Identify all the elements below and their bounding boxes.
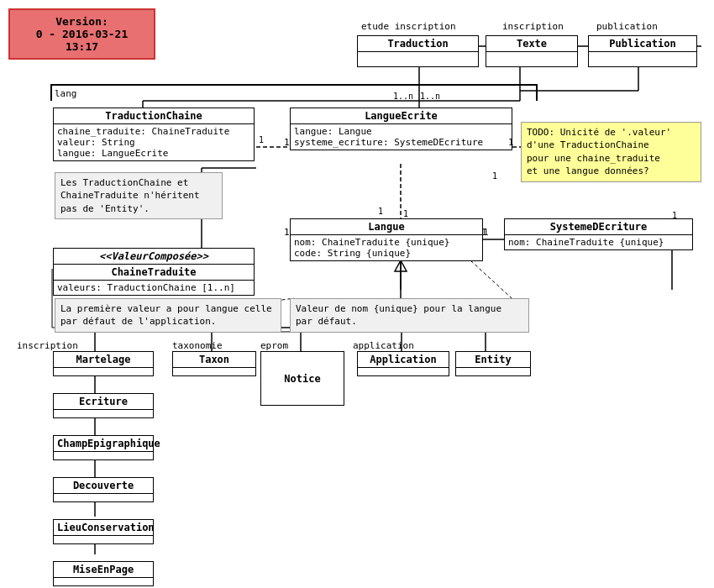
- application-box: Application: [357, 351, 449, 376]
- notice-box: Notice: [260, 351, 344, 406]
- svg-rect-2: [536, 84, 538, 101]
- svg-rect-1: [50, 84, 52, 101]
- comment-3-text: Valeur de nom {unique} pour la langue pa…: [296, 302, 523, 328]
- systeme-ecriture-box: SystemeDEcriture nom: ChaineTraduite {un…: [504, 218, 693, 250]
- tc-field-2: valeur: String: [57, 137, 250, 148]
- langue-box: Langue nom: ChaineTraduite {unique} code…: [290, 218, 483, 261]
- langue-field-1: nom: ChaineTraduite {unique}: [294, 237, 479, 248]
- svg-text:1: 1: [492, 171, 497, 181]
- svg-text:1: 1: [259, 135, 264, 144]
- martelage-box: Martelage: [53, 351, 154, 376]
- decouverte-box: Decouverte: [53, 477, 154, 502]
- lieu-conservation-label: LieuConservation: [54, 520, 153, 536]
- se-body: nom: ChaineTraduite {unique}: [505, 235, 692, 249]
- entity-box: Entity: [455, 351, 531, 376]
- taxon-label: Taxon: [173, 352, 255, 368]
- diagram-container: lang 1..n 1..n 1 1 1 1..n: [0, 0, 714, 588]
- mult-1-se: 1: [483, 227, 489, 238]
- langue-ecrite-header: LangueEcrite: [291, 108, 512, 124]
- chaine-traduite-box: <<ValeurComposée>> ChaineTraduite valeur…: [53, 248, 255, 296]
- ct-header1: <<ValeurComposée>>: [54, 249, 254, 265]
- namespace-eprom: eprom: [260, 340, 288, 351]
- traduction-chaine-header: TraductionChaine: [54, 108, 254, 124]
- traduction-label: Traduction: [358, 36, 478, 52]
- comment-box-3: Valeur de nom {unique} pour la langue pa…: [290, 298, 529, 333]
- traduction-chaine-body: chaine_traduite: ChaineTraduite valeur: …: [54, 124, 254, 160]
- mise-en-page-label: MiseEnPage: [54, 562, 153, 578]
- champ-epi-box: ChampEpigraphique: [53, 435, 154, 460]
- langue-field-2: code: String {unique}: [294, 248, 479, 259]
- publication-label: Publication: [589, 36, 696, 52]
- namespace-publication-label: publication: [596, 21, 658, 32]
- namespace-inscription-left: inscription: [17, 340, 78, 351]
- version-box: Version: 0 - 2016-03-21 13:17: [8, 8, 155, 60]
- ct-header2: ChaineTraduite: [54, 265, 254, 281]
- ct-field-1: valeurs: TraductionChaine [1..n]: [57, 282, 250, 293]
- namespace-etude: etude inscription: [361, 21, 456, 32]
- le-field-2: systeme_ecriture: SystemeDEcriture: [294, 137, 508, 148]
- svg-rect-0: [50, 84, 538, 86]
- comment-2-text: La première valeur a pour langue celle p…: [60, 302, 276, 328]
- decouverte-label: Decouverte: [54, 478, 153, 494]
- notice-label: Notice: [284, 373, 320, 385]
- svg-text:1..n: 1..n: [420, 92, 440, 101]
- comment-1-text: Les TraductionChaine et ChaineTraduite n…: [60, 176, 217, 215]
- martelage-label: Martelage: [54, 352, 153, 368]
- traduction-chaine-box: TraductionChaine chaine_traduite: Chaine…: [53, 108, 255, 161]
- langue-ecrite-box: LangueEcrite langue: Langue systeme_ecri…: [290, 108, 512, 150]
- champ-epi-label: ChampEpigraphique: [54, 436, 153, 452]
- comment-box-2: La première valeur a pour langue celle p…: [55, 298, 281, 333]
- se-header: SystemeDEcriture: [505, 219, 692, 235]
- ecriture-box: Ecriture: [53, 393, 154, 418]
- langue-header: Langue: [291, 219, 482, 235]
- todo-text: TODO: Unicité de '.valeur' d'une Traduct…: [527, 126, 696, 178]
- svg-text:lang: lang: [55, 88, 77, 99]
- langue-body: nom: ChaineTraduite {unique} code: Strin…: [291, 235, 482, 260]
- comment-box-1: Les TraductionChaine et ChaineTraduite n…: [55, 172, 223, 219]
- mult-1-langue: 1: [284, 227, 290, 238]
- tc-field-1: chaine_traduite: ChaineTraduite: [57, 126, 250, 137]
- publication-box: Publication: [588, 35, 697, 67]
- se-field-1: nom: ChaineTraduite {unique}: [508, 237, 689, 248]
- entity-label: Entity: [456, 352, 530, 368]
- lieu-conservation-box: LieuConservation: [53, 519, 154, 544]
- ecriture-label: Ecriture: [54, 394, 153, 410]
- taxon-box: Taxon: [172, 351, 256, 376]
- namespace-taxonomie: taxonomie: [172, 340, 223, 351]
- texte-box: Texte: [486, 35, 578, 67]
- svg-text:1: 1: [403, 209, 408, 218]
- svg-text:1..n: 1..n: [393, 92, 413, 101]
- version-label: Version:: [18, 15, 145, 28]
- svg-marker-31: [395, 260, 407, 271]
- langue-ecrite-body: langue: Langue systeme_ecriture: Systeme…: [291, 124, 512, 150]
- svg-text:1: 1: [378, 207, 383, 216]
- traduction-box: Traduction: [357, 35, 479, 67]
- texte-label: Texte: [486, 36, 577, 52]
- ct-body: valeurs: TraductionChaine [1..n]: [54, 281, 254, 295]
- le-field-1: langue: Langue: [294, 126, 508, 137]
- mult-1-right: 1: [508, 137, 514, 148]
- todo-note: TODO: Unicité de '.valeur' d'une Traduct…: [521, 122, 701, 182]
- tc-field-3: langue: LangueEcrite: [57, 148, 250, 159]
- namespace-inscription-top: inscription: [502, 21, 564, 32]
- mise-en-page-box: MiseEnPage: [53, 561, 154, 586]
- namespace-application: application: [353, 340, 414, 351]
- version-value: 0 - 2016-03-21 13:17: [18, 28, 145, 53]
- application-label: Application: [358, 352, 449, 368]
- mult-1-left: 1: [284, 137, 290, 148]
